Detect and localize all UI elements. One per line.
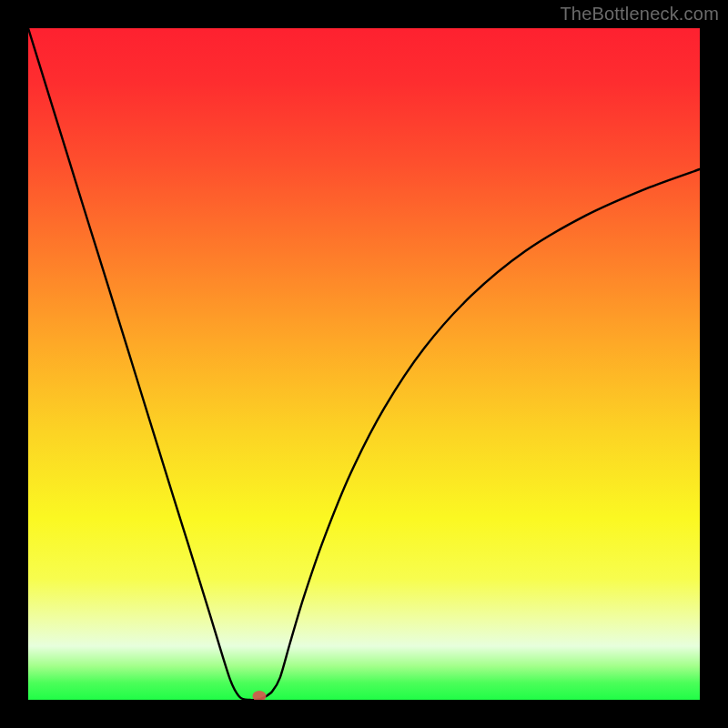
watermark-text: TheBottleneck.com xyxy=(560,4,719,25)
bottleneck-curve xyxy=(28,28,700,700)
marker-point xyxy=(252,691,266,700)
chart-frame: TheBottleneck.com xyxy=(0,0,728,728)
plot-area xyxy=(28,28,700,700)
